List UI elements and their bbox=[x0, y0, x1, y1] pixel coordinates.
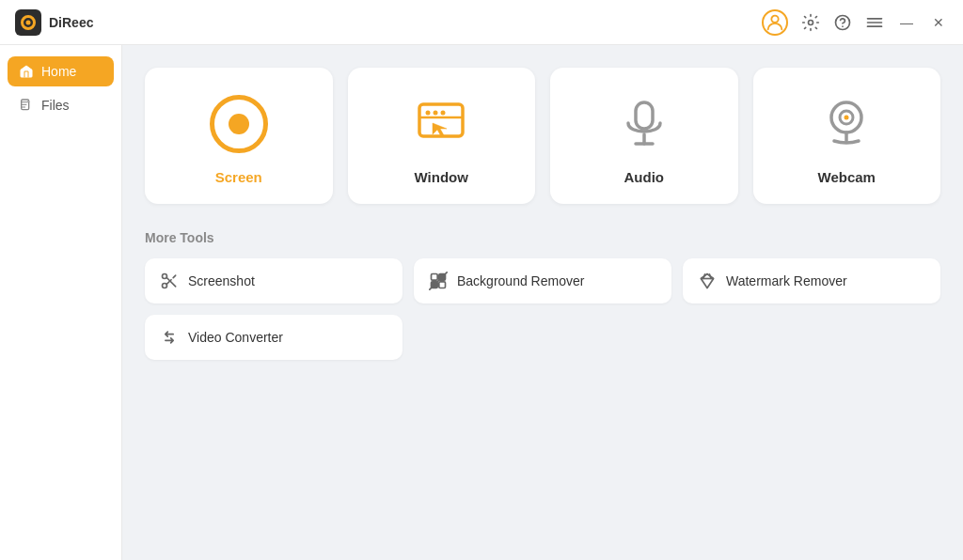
tools-grid: Screenshot Background Remover bbox=[145, 258, 940, 360]
sidebar-home-label: Home bbox=[41, 64, 76, 79]
main-layout: Home Files Screen bbox=[0, 45, 963, 560]
screenshot-tool[interactable]: Screenshot bbox=[145, 258, 403, 303]
video-converter-label: Video Converter bbox=[188, 330, 283, 345]
title-bar-controls: — ✕ bbox=[762, 9, 948, 36]
more-tools-section: More Tools Screenshot bbox=[145, 230, 940, 360]
watermark-remover-icon bbox=[698, 272, 717, 290]
sidebar-item-files[interactable]: Files bbox=[8, 90, 114, 120]
webcam-record-icon bbox=[817, 95, 876, 153]
minimize-button[interactable]: — bbox=[897, 13, 916, 32]
svg-point-1 bbox=[809, 20, 813, 24]
svg-point-10 bbox=[434, 111, 438, 116]
audio-record-icon bbox=[615, 95, 673, 153]
recording-cards-row: Screen bbox=[145, 68, 940, 204]
background-remover-icon bbox=[429, 272, 448, 290]
video-converter-tool[interactable]: Video Converter bbox=[145, 315, 403, 360]
app-name: DiReec bbox=[49, 15, 93, 30]
webcam-card[interactable]: Webcam bbox=[753, 68, 941, 204]
svg-line-29 bbox=[430, 272, 447, 289]
svg-line-22 bbox=[166, 277, 176, 287]
sidebar-item-home[interactable]: Home bbox=[8, 56, 114, 86]
close-button[interactable]: ✕ bbox=[929, 13, 948, 32]
webcam-icon-area bbox=[813, 90, 880, 158]
screen-record-icon bbox=[210, 95, 268, 153]
user-avatar-button[interactable] bbox=[762, 9, 788, 36]
background-remover-label: Background Remover bbox=[457, 273, 584, 288]
webcam-label: Webcam bbox=[818, 169, 876, 185]
svg-point-0 bbox=[771, 15, 778, 22]
scissors-icon bbox=[160, 272, 179, 290]
screen-label: Screen bbox=[215, 169, 262, 185]
audio-icon-area bbox=[610, 90, 678, 158]
screenshot-label: Screenshot bbox=[188, 273, 255, 288]
svg-point-18 bbox=[845, 116, 849, 120]
watermark-remover-tool[interactable]: Watermark Remover bbox=[683, 258, 940, 303]
app-logo bbox=[15, 9, 41, 36]
svg-line-24 bbox=[173, 275, 176, 278]
audio-label: Audio bbox=[624, 169, 665, 185]
window-record-icon bbox=[412, 95, 470, 153]
convert-icon bbox=[160, 328, 179, 347]
svg-point-3 bbox=[842, 25, 844, 27]
title-bar: DiReec bbox=[0, 0, 963, 45]
screen-icon-area bbox=[205, 90, 273, 158]
window-card[interactable]: Window bbox=[348, 68, 536, 204]
settings-button[interactable] bbox=[801, 13, 820, 32]
svg-rect-25 bbox=[432, 274, 438, 281]
home-icon bbox=[19, 64, 34, 79]
svg-rect-28 bbox=[439, 282, 446, 288]
content-area: Screen bbox=[122, 45, 963, 560]
more-tools-title: More Tools bbox=[145, 230, 940, 245]
window-label: Window bbox=[415, 169, 468, 185]
audio-card[interactable]: Audio bbox=[550, 68, 738, 204]
svg-point-11 bbox=[441, 111, 446, 116]
menu-button[interactable] bbox=[865, 13, 884, 32]
help-button[interactable] bbox=[833, 13, 852, 32]
background-remover-tool[interactable]: Background Remover bbox=[414, 258, 671, 303]
screen-card[interactable]: Screen bbox=[145, 68, 333, 204]
files-icon bbox=[19, 98, 34, 113]
svg-point-9 bbox=[426, 111, 431, 116]
sidebar: Home Files bbox=[0, 45, 122, 560]
sidebar-files-label: Files bbox=[41, 98, 70, 113]
svg-rect-13 bbox=[636, 102, 653, 129]
watermark-remover-label: Watermark Remover bbox=[726, 273, 847, 288]
window-icon-area bbox=[407, 90, 475, 158]
